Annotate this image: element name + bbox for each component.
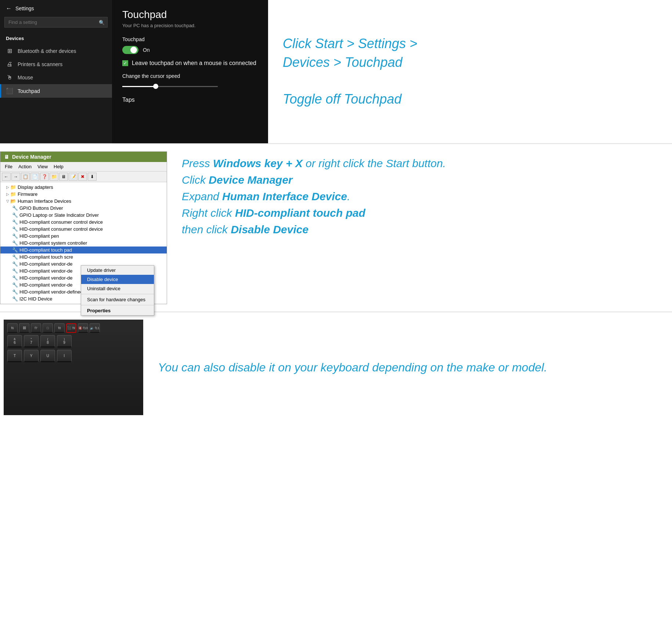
dm-btn-6[interactable]: 📁 [50,173,58,181]
tree-label: HID-compliant touch pad [19,247,72,253]
context-properties[interactable]: Properties [81,306,154,315]
tree-gpio-buttons[interactable]: 🔧 GPIO Buttons Driver [0,205,167,212]
tree-label: HID-compliant vendor-de [19,261,73,267]
settings-panel: ← Settings 🔍 Devices ⊞ Bluetooth & other… [0,0,268,143]
tree-label: HID-compliant pen [19,233,59,239]
device-icon: 🔧 [12,247,18,253]
tree-display-adapters[interactable]: ▷ 📁 Display adapters [0,184,167,191]
instruction-4-text: You can also disable it on your keyboard… [158,359,547,376]
key-6: & 6 [7,335,22,348]
tree-hid-system[interactable]: 🔧 HID-compliant system controller [0,240,167,247]
device-icon: 🔧 [12,275,18,281]
fn-f10: 🔇 f10 [78,323,88,333]
dm-btn-3[interactable]: 📋 [21,173,30,181]
tree-label: HID-compliant touch scre [19,254,73,260]
tree-label: HID-compliant consumer control device [19,219,103,225]
dm-menu-bar: File Action View Help [0,162,167,172]
tree-hid-consumer-1[interactable]: 🔧 HID-compliant consumer control device [0,219,167,226]
fn-f6: f6 [7,323,18,333]
tree-hid-touchpad[interactable]: 🔧 HID-compliant touch pad [0,247,167,253]
settings-title: Settings [15,6,34,11]
dm-menu-action[interactable]: Action [15,163,35,170]
cursor-speed-label: Change the cursor speed [122,73,258,79]
dm-menu-help[interactable]: Help [51,163,66,170]
tree-hid-consumer-2[interactable]: 🔧 HID-compliant consumer control device [0,226,167,233]
win-key-text: Windows key + X [213,157,303,169]
fn-f9-highlighted: ⬛ f9 [66,323,76,333]
context-disable-device[interactable]: Disable device [81,275,154,284]
tree-label: I2C HID Device [19,296,53,302]
folder-open-icon: 📂 [10,198,16,204]
dm-forward-btn[interactable]: → [11,173,20,181]
key-i: I [57,350,72,362]
fn-f7: f7 [31,323,41,333]
device-icon: 🔧 [12,226,18,232]
cursor-speed-slider[interactable] [122,83,218,90]
expand-icon: ▷ [6,192,9,196]
key-8: ( 8 [40,335,55,348]
touchpad-section-label: Touchpad [122,36,258,42]
sidebar-item-printers[interactable]: 🖨 Printers & scanners [0,58,112,71]
fn-f11: 🔉 f11 [90,323,100,333]
dm-btn-4[interactable]: 📄 [30,173,39,181]
tree-gpio-laptop[interactable]: 🔧 GPIO Laptop or Slate Indicator Driver [0,212,167,219]
device-icon: 🔧 [12,296,18,302]
instruction-1-line1: Click Start > Settings > [283,36,417,51]
sidebar-label-mouse: Mouse [18,75,33,80]
device-icon: 🔧 [12,261,18,267]
device-icon: 🔧 [12,268,18,274]
bluetooth-icon: ⊞ [6,47,13,54]
middle-section: 🖥 Device Manager File Action View Help ←… [0,144,672,312]
tree-label: HID-compliant vendor-de [19,275,73,281]
touchpad-toggle[interactable] [122,46,138,54]
key-u: U [40,350,55,362]
back-arrow-icon: ← [6,5,12,12]
instruction-3-panel: Press Windows key + X or right click the… [167,151,672,304]
device-icon: 🔧 [12,254,18,260]
context-scan-hardware[interactable]: Scan for hardware changes [81,295,154,304]
dm-btn-10[interactable]: ⬇ [88,173,97,181]
sidebar-item-touchpad[interactable]: ⬛ Touchpad [0,84,112,98]
sidebar-item-bluetooth[interactable]: ⊞ Bluetooth & other devices [0,44,112,58]
context-uninstall-device[interactable]: Uninstall device [81,284,154,293]
dm-btn-8[interactable]: 📝 [69,173,77,181]
key-7: * 7 [24,335,39,348]
dm-btn-9[interactable]: ✖ [78,173,87,181]
tree-label: Display adapters [18,184,53,190]
leave-touchpad-checkbox[interactable]: ✓ [122,60,128,66]
touchpad-icon: ⬛ [6,87,13,94]
expand-icon: ▷ [6,185,9,189]
dm-btn-7[interactable]: 🖥 [59,173,68,181]
context-divider-1 [81,294,154,294]
tree-label: GPIO Laptop or Slate Indicator Driver [19,212,99,218]
disable-device-text: Disable Device [231,223,308,235]
leave-touchpad-label: Leave touchpad on when a mouse is connec… [132,60,256,66]
tree-label: Firmware [18,191,37,197]
fn-f8: f8 [54,323,65,333]
back-button[interactable]: ← Settings [0,0,112,17]
tree-hid-group[interactable]: ▽ 📂 Human Interface Devices [0,198,167,205]
tree-hid-pen[interactable]: 🔧 HID-compliant pen [0,233,167,240]
instruction-2-text: Toggle off Touchpad [283,91,402,107]
dm-menu-file[interactable]: File [2,163,15,170]
sidebar-item-mouse[interactable]: 🖱 Mouse [0,71,112,84]
taps-section-label: Taps [122,97,258,103]
dm-btn-5[interactable]: ❓ [40,173,49,181]
dm-menu-view[interactable]: View [35,163,51,170]
context-update-driver[interactable]: Update driver [81,266,154,275]
key-y: Y [24,350,39,362]
device-icon: 🔧 [12,219,18,225]
search-icon: 🔍 [99,19,105,25]
tree-firmware[interactable]: ▷ 📁 Firmware [0,191,167,198]
device-icon: 🔧 [12,240,18,246]
tree-hid-touchscreen[interactable]: 🔧 HID-compliant touch scre [0,253,167,260]
bottom-section: f6 ⊠ f7 □ f8 ⬛ f9 🔇 f10 🔉 f11 & 6 [0,312,672,422]
tree-label: Human Interface Devices [18,198,71,204]
dm-back-btn[interactable]: ← [2,173,11,181]
folder-icon: 📁 [10,184,16,190]
search-input[interactable] [4,17,108,28]
number-key-row: & 6 * 7 ( 8 [7,335,140,348]
instruction-1-line2: Devices > Touchpad [283,55,402,70]
device-icon: 🔧 [12,205,18,211]
hid-touchpad-text: HID-compliant touch pad [235,207,365,219]
